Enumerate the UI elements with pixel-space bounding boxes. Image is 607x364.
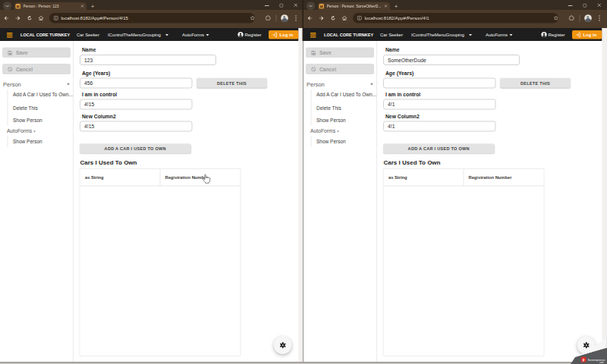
svg-text:.com: .com bbox=[599, 361, 604, 364]
svg-text:p: p bbox=[583, 358, 585, 362]
